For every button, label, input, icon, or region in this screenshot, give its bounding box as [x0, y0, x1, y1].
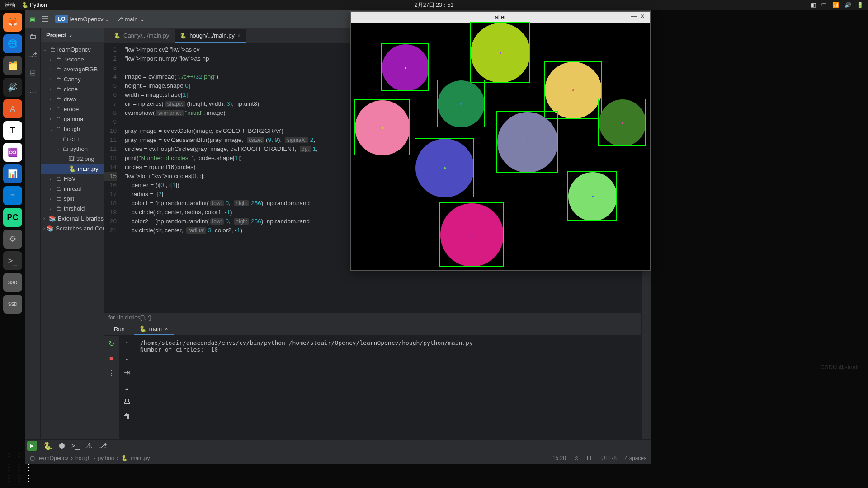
left-tool-strip: 🗀 ⎇ ⊞ … [25, 28, 41, 439]
run-toolbar-2: ↑ ↓ ⇥ ⤓ 🖶 🗑 [119, 336, 135, 439]
activities-label[interactable]: 活动 [5, 1, 15, 9]
run-button[interactable]: ▶ [27, 441, 37, 451]
tree-item[interactable]: ›🗀Canny [41, 74, 104, 84]
more-tool-icon[interactable]: … [28, 86, 38, 96]
tree-item[interactable]: ›📚External Libraries [41, 213, 104, 223]
dock-text[interactable]: T [3, 121, 22, 140]
battery-icon[interactable]: 🔋 [857, 2, 863, 8]
project-panel-header[interactable]: Project ⌄ [41, 28, 104, 42]
close-icon[interactable]: × [237, 33, 241, 39]
dock-rhythmbox[interactable]: 🔊 [3, 78, 22, 97]
center-dot [572, 89, 574, 91]
dock-vscode[interactable]: ≡ [3, 186, 22, 205]
tray-icon[interactable]: ◧ [811, 2, 816, 8]
up-icon[interactable]: ↑ [125, 339, 129, 347]
editor-tab[interactable]: 🐍Canny/.../main.py [108, 29, 175, 43]
center-dot [500, 52, 501, 54]
tree-item[interactable]: ›🗀c++ [41, 134, 104, 144]
tree-item[interactable]: ›🗀.vscode [41, 54, 104, 64]
problems-icon[interactable]: ⚠ [86, 441, 92, 450]
more-icon[interactable]: ⋮ [108, 369, 115, 377]
wrap-icon[interactable]: ⇥ [124, 368, 130, 377]
tree-item[interactable]: ›🗀imread [41, 183, 104, 193]
project-tree[interactable]: ⌄🗀learnOpencv›🗀.vscode›🗀averageRGB›🗀Cann… [41, 42, 104, 439]
tree-item[interactable]: ⌄🗀hough [41, 124, 104, 134]
dock-terminal[interactable]: >_ [3, 251, 22, 270]
run-tab[interactable]: Run [108, 323, 130, 335]
dock-edge[interactable]: 🌐 [3, 34, 22, 53]
structure-tool-icon[interactable]: ⊞ [28, 68, 38, 78]
project-tool-icon[interactable]: 🗀 [28, 32, 38, 42]
cv-window-titlebar[interactable]: after — ✕ [351, 12, 650, 23]
trash-icon[interactable]: 🗑 [123, 413, 131, 421]
tree-item[interactable]: ⌄🗀learnOpencv [41, 44, 104, 54]
tree-item[interactable]: ›🗀gamma [41, 114, 104, 124]
down-icon[interactable]: ↓ [125, 354, 129, 362]
ime-indicator[interactable]: 中 [821, 1, 827, 9]
tree-item[interactable]: ›🗀clone [41, 84, 104, 94]
center-dot [382, 127, 383, 129]
rerun-icon[interactable]: ↻ [108, 339, 114, 348]
cv-canvas [351, 23, 650, 270]
volume-icon[interactable]: 🔊 [844, 2, 851, 8]
services-icon[interactable]: ⬢ [59, 441, 65, 450]
tree-item[interactable]: ⌄🗀python [41, 144, 104, 154]
center-dot [527, 141, 528, 143]
dock-pycharm[interactable]: PC [3, 208, 22, 227]
dock-screenshot[interactable]: 📊 [3, 164, 22, 183]
git-icon[interactable]: ⎇ [99, 441, 107, 450]
dock-settings[interactable]: ⚙ [3, 230, 22, 249]
stop-icon[interactable]: ■ [109, 354, 114, 362]
close-icon[interactable]: ✕ [640, 13, 647, 20]
python-console-icon[interactable]: 🐍 [43, 441, 52, 450]
print-icon[interactable]: 🖶 [123, 398, 131, 406]
vcs-tool-icon[interactable]: ⎇ [28, 50, 38, 60]
cursor-position[interactable]: 15:20 [552, 455, 566, 461]
dock-ssd1[interactable]: SSD [3, 273, 22, 292]
dock-ssd2[interactable]: SSD [3, 295, 22, 314]
tree-item[interactable]: 🖼32.png [41, 154, 104, 164]
tree-item[interactable]: ›🗀thrshold [41, 203, 104, 213]
run-config-tab[interactable]: 🐍 main × [134, 323, 174, 335]
dock-ubuntu-software[interactable]: A [3, 99, 22, 118]
close-icon[interactable]: × [165, 325, 168, 332]
wifi-icon[interactable]: 📶 [832, 2, 839, 8]
tree-item[interactable]: ›🗀draw [41, 94, 104, 104]
project-panel: Project ⌄ ⌄🗀learnOpencv›🗀.vscode›🗀averag… [41, 28, 104, 439]
tree-item[interactable]: ›📚Scratches and Consoles [41, 223, 104, 233]
line-numbers: 123456789101112131415161718192021 [104, 43, 120, 313]
clock[interactable]: 2月27日 23：51 [415, 1, 453, 9]
center-dot [444, 167, 446, 169]
branch-selector[interactable]: ⎇ main ⌄ [116, 16, 144, 23]
watermark: CSDN @stoair [821, 364, 859, 371]
minimize-icon[interactable]: — [631, 13, 638, 20]
dock-files[interactable]: 🗂️ [3, 56, 22, 75]
cv-window-title: after [495, 14, 506, 20]
dock-app[interactable]: ♾️ [3, 143, 22, 162]
tree-item[interactable]: ›🗀HSV [41, 174, 104, 183]
breadcrumbs[interactable]: ▢ learnOpencv› hough› python› 🐍main.py [30, 455, 150, 461]
tree-item[interactable]: ›🗀averageRGB [41, 64, 104, 74]
tree-item[interactable]: ›🗀split [41, 193, 104, 203]
center-dot [592, 196, 594, 197]
center-dot [460, 103, 462, 105]
project-selector[interactable]: LO learnOpencv ⌄ [55, 15, 110, 23]
main-menu-icon[interactable]: ☰ [42, 14, 49, 24]
ide-logo-icon: ▣ [30, 16, 35, 23]
dock-firefox[interactable]: 🦊 [3, 13, 22, 32]
console-output[interactable]: /home/stoair/anaconda3/envs/cv/bin/pytho… [135, 336, 641, 439]
inspect-icon[interactable]: ⊘ [574, 455, 579, 461]
terminal-icon[interactable]: >_ [71, 442, 80, 450]
editor-tab[interactable]: 🐍hough/.../main.py × [175, 29, 246, 43]
center-dot [405, 67, 406, 69]
scroll-icon[interactable]: ⤓ [124, 383, 130, 392]
os-topbar: 活动 🐍 Python 2月27日 23：51 ◧ 中 📶 🔊 🔋 [0, 0, 868, 10]
status-bar: ▢ learnOpencv› hough› python› 🐍main.py 1… [25, 452, 651, 464]
tree-item[interactable]: 🐍main.py [41, 164, 104, 174]
indent-setting[interactable]: 4 spaces [625, 455, 646, 461]
file-encoding[interactable]: UTF-8 [601, 455, 617, 461]
line-ending[interactable]: LF [587, 455, 593, 461]
run-panel: Run 🐍 main × ↻ ■ ⋮ ↑ ↓ ⇥ ⤓ 🖶 [104, 322, 641, 439]
tree-item[interactable]: ›🗀erode [41, 104, 104, 114]
cv-output-window[interactable]: after — ✕ [350, 11, 651, 271]
